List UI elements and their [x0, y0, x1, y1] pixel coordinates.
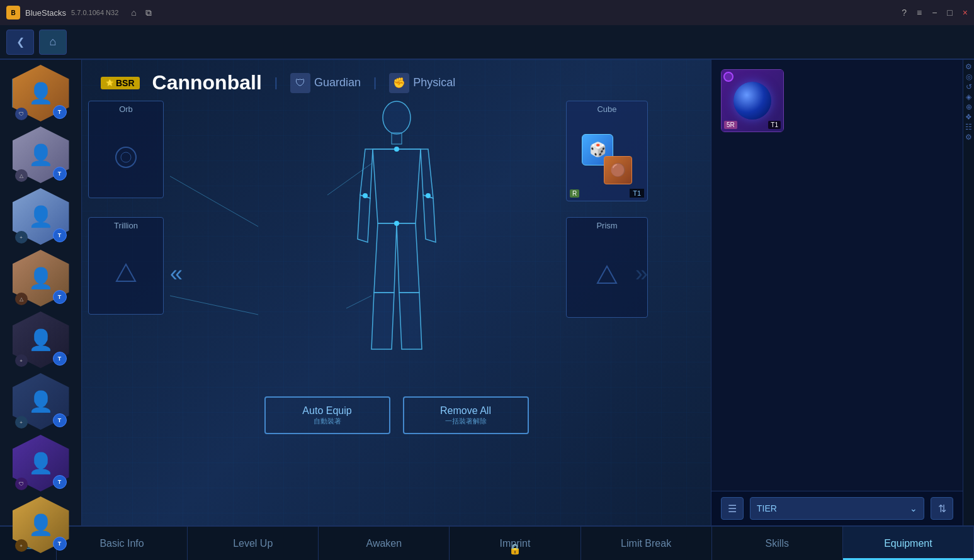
minimize-button[interactable]: −	[932, 8, 937, 18]
svg-marker-16	[371, 293, 394, 349]
guardian-type-icon: 🛡	[290, 73, 310, 93]
item-tier-badge: T1	[768, 121, 781, 129]
svg-point-18	[394, 221, 399, 226]
svg-marker-9	[373, 149, 421, 223]
char-tier-badge-0: T	[53, 105, 67, 119]
right-scrollbar: ⚙ ◎ ↺ ◈ ⊕ ❖ ☷ ⚙	[963, 60, 974, 525]
right-panel: 5R T1 ☰ TIER ⌄ ⇅	[711, 60, 963, 525]
title-bar: B BlueStacks 5.7.0.1064 N32 ⌂ ⧉ ? ≡ − □ …	[0, 0, 974, 25]
lock-icon: 🔒	[509, 543, 521, 555]
char-tier-badge-2: T	[53, 228, 67, 242]
back-icon: ❮	[16, 36, 25, 48]
orb-slot[interactable]: Orb	[88, 101, 164, 198]
auto-equip-button[interactable]: Auto Equip 自動裝著	[264, 396, 390, 434]
scroll-icon-3: ↺	[965, 82, 973, 91]
title-bar-controls: ? ≡ − □ ×	[902, 8, 968, 18]
cube-r-badge: R	[570, 189, 579, 198]
cube-slot[interactable]: Cube 🎲 🟤 R T1	[566, 101, 648, 201]
sort-order-icon: ⇅	[938, 503, 946, 515]
app-name: BlueStacks	[25, 8, 66, 18]
prism-slot[interactable]: Prism	[566, 217, 648, 318]
right-panel-content: 5R T1	[711, 60, 963, 491]
orb-icon	[89, 117, 163, 198]
nav-bar: ❮ ⌂	[0, 25, 974, 60]
home-nav-icon: ⌂	[50, 35, 57, 48]
equip-buttons: Auto Equip 自動裝著 Remove All 一括裝著解除	[82, 390, 711, 440]
prism-icon	[567, 233, 647, 317]
tab-awaken[interactable]: Awaken	[319, 527, 450, 560]
bottom-tabs: ⊞ Basic Info Level Up Awaken Imprint 🔒 L…	[0, 525, 974, 560]
char-rank-badge: ⭐ BSR	[101, 77, 140, 89]
home-button[interactable]: ⌂	[39, 30, 67, 55]
skills-tab-label: Skills	[766, 538, 789, 549]
char-type-badge-6: 🛡	[15, 478, 28, 490]
char-header: ⭐ BSR Cannonball | 🛡 Guardian | ✊ Physic…	[82, 60, 711, 101]
char-tier-badge-6: T	[53, 475, 67, 489]
tab-basic-info[interactable]: Basic Info	[57, 527, 188, 560]
scroll-icon-6: ❖	[965, 113, 973, 121]
char-slot-0[interactable]: 👤 🛡 T	[13, 65, 69, 121]
remove-all-sub-label: 一括裝著解除	[445, 417, 487, 426]
svg-marker-15	[397, 223, 419, 293]
mannequin-figure	[346, 98, 447, 368]
svg-rect-7	[392, 133, 402, 144]
nav-arrow-left[interactable]: «	[170, 260, 183, 287]
char-name: Cannonball	[152, 71, 262, 94]
restore-button[interactable]: □	[947, 8, 952, 18]
sort-bar: ☰ TIER ⌄ ⇅	[711, 491, 963, 525]
char-type-badge-4: +	[15, 354, 28, 367]
item-grid: 5R T1	[718, 66, 956, 135]
svg-marker-4	[116, 264, 135, 281]
tab-limit-break[interactable]: Limit Break	[581, 527, 712, 560]
trillion-label: Trillion	[89, 218, 163, 233]
tab-imprint[interactable]: Imprint 🔒	[450, 527, 580, 560]
svg-marker-5	[597, 266, 616, 283]
scroll-icon-7: ☷	[965, 123, 973, 132]
home-titlebar-icon[interactable]: ⌂	[131, 8, 136, 18]
physical-element-icon: ✊	[389, 73, 409, 93]
item-rank-badge: 5R	[724, 121, 737, 129]
item-card-0[interactable]: 5R T1	[721, 69, 784, 132]
list-icon: ☰	[728, 503, 737, 515]
multi-instance-icon[interactable]: ⧉	[145, 8, 152, 18]
svg-marker-10	[360, 149, 373, 198]
menu-icon[interactable]: ≡	[917, 8, 922, 18]
sort-order-button[interactable]: ⇅	[931, 497, 953, 520]
back-button[interactable]: ❮	[6, 30, 34, 55]
char-type-badge-5: +	[15, 416, 28, 428]
scroll-icon-5: ⊕	[965, 103, 973, 111]
svg-point-6	[383, 101, 411, 134]
trillion-slot[interactable]: Trillion	[88, 217, 164, 315]
sort-list-button[interactable]: ☰	[721, 497, 744, 520]
auto-equip-sub-label: 自動裝著	[314, 417, 341, 426]
char-element-physical: ✊ Physical	[389, 73, 455, 93]
tier-sort-label: TIER	[757, 503, 777, 513]
char-slot-6[interactable]: 👤 🛡 T	[13, 435, 69, 491]
tab-equipment[interactable]: Equipment	[843, 527, 974, 560]
char-type-badge-0: 🛡	[15, 108, 28, 120]
close-button[interactable]: ×	[963, 8, 968, 18]
remove-all-button[interactable]: Remove All 一括裝著解除	[403, 396, 529, 434]
char-slot-5[interactable]: 👤 + T	[13, 373, 69, 430]
tier-sort-dropdown[interactable]: TIER ⌄	[750, 497, 924, 520]
scroll-icon-2: ◎	[965, 72, 973, 81]
char-type-badge-1: △	[15, 169, 28, 182]
char-tier-badge-5: T	[53, 413, 67, 427]
svg-marker-11	[358, 195, 370, 242]
scroll-icon-1: ⚙	[965, 62, 973, 71]
tab-skills[interactable]: Skills	[712, 527, 843, 560]
char-type-guardian: 🛡 Guardian	[290, 73, 361, 93]
char-slot-3[interactable]: 👤 △ T	[13, 250, 69, 306]
tab-level-up[interactable]: Level Up	[188, 527, 319, 560]
help-icon[interactable]: ?	[902, 8, 907, 18]
equipment-tab-label: Equipment	[884, 538, 932, 549]
char-type-badge-3: △	[15, 293, 28, 305]
char-slot-4[interactable]: 👤 + T	[13, 311, 69, 368]
char-slot-1[interactable]: 👤 △ T	[13, 126, 69, 183]
char-tier-badge-3: T	[53, 290, 67, 304]
equipment-area: « » Orb Cube	[82, 101, 711, 447]
char-slot-2[interactable]: 👤 + T	[13, 188, 69, 245]
char-type-badge-7: +	[15, 539, 28, 552]
left-sidebar: 👤 🛡 T 👤 △ T 👤 + T 👤 △ T	[0, 60, 82, 525]
char-tier-badge-1: T	[53, 167, 67, 181]
